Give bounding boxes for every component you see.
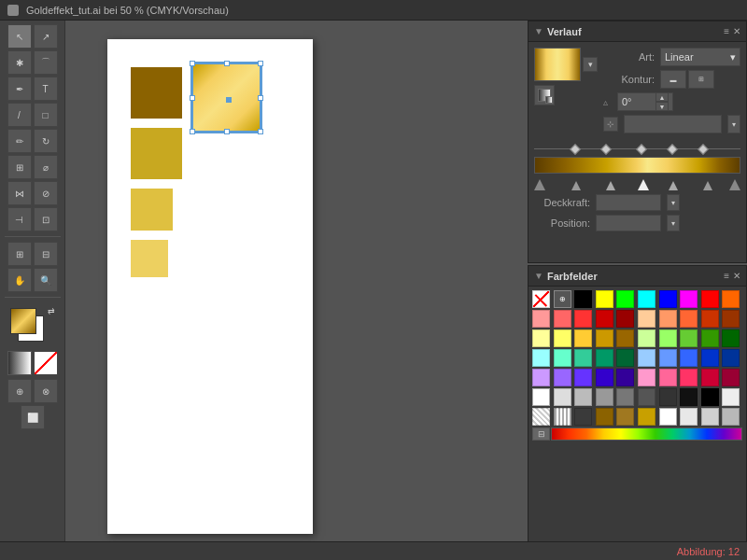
midpoint-3[interactable]	[636, 144, 646, 154]
tool-slice[interactable]: ⊟	[34, 242, 58, 266]
tool-lasso[interactable]: ⌒	[34, 50, 58, 75]
swatch-c2[interactable]	[554, 349, 571, 367]
swatch-gray5[interactable]	[638, 388, 655, 406]
swatch-p1[interactable]	[532, 369, 550, 386]
angle-input[interactable]: 0° ▲ ▼	[617, 92, 673, 111]
swatch-pattern1[interactable]	[532, 408, 550, 426]
panel-menu-icon[interactable]: ≡	[724, 26, 729, 36]
stop-arrow-3[interactable]	[606, 181, 615, 190]
swatch-g4[interactable]	[701, 329, 719, 347]
art-select[interactable]: Linear ▾	[660, 48, 740, 66]
tool-text[interactable]: T	[34, 77, 58, 101]
swatch-orange[interactable]	[722, 290, 740, 308]
swatch-y5[interactable]	[616, 329, 634, 347]
swatch-g2[interactable]	[659, 329, 677, 347]
swatch-g10[interactable]	[722, 408, 740, 426]
swatch-b3[interactable]	[680, 349, 698, 367]
gradient-track[interactable]	[534, 157, 740, 174]
swatch-gray1[interactable]	[554, 388, 571, 406]
stop-arrow-6[interactable]	[703, 181, 712, 190]
reflect-button[interactable]: ⊕	[7, 379, 32, 403]
swatch-b4[interactable]	[701, 349, 719, 367]
swatch-b2[interactable]	[659, 349, 677, 367]
swatch-pk1[interactable]	[638, 369, 655, 386]
stop-arrow-left[interactable]	[534, 179, 545, 190]
swatch-w2[interactable]	[659, 408, 677, 426]
swatch-p4[interactable]	[596, 369, 613, 386]
swatch-r7[interactable]	[659, 310, 677, 328]
swatch-c5[interactable]	[616, 349, 634, 367]
deckkraft-input[interactable]	[596, 194, 661, 211]
tool-line[interactable]: /	[7, 103, 32, 127]
swatch-gray3[interactable]	[596, 388, 613, 406]
midpoint-5[interactable]	[698, 144, 708, 154]
swatch-red[interactable]	[701, 290, 719, 308]
tool-graph[interactable]: ⊡	[34, 207, 58, 231]
gold-square-lightest[interactable]	[131, 240, 168, 277]
farbfelder-menu-icon[interactable]: ≡	[724, 271, 729, 281]
kontur-btn-1[interactable]: ▬	[660, 70, 686, 89]
selection-handle-br[interactable]	[258, 129, 263, 134]
screen-mode-button[interactable]: ⬜	[21, 405, 45, 429]
swatch-y1[interactable]	[532, 329, 550, 347]
position-input[interactable]	[596, 215, 661, 231]
midpoint-2[interactable]	[600, 144, 611, 154]
tool-measure[interactable]: ⊣	[7, 207, 32, 231]
swatch-b5[interactable]	[722, 349, 740, 367]
tool-blend[interactable]: ⋈	[7, 181, 32, 205]
farbfelder-close-icon[interactable]: ✕	[733, 271, 740, 281]
swatch-pk2[interactable]	[659, 369, 677, 386]
swatch-gold3[interactable]	[616, 408, 634, 426]
midpoint-1[interactable]	[570, 144, 580, 154]
swatch-gold4[interactable]	[638, 408, 655, 426]
swatch-g8[interactable]	[680, 408, 698, 426]
swatch-black[interactable]	[574, 290, 592, 308]
gradient-options-button[interactable]: ▾	[583, 57, 598, 72]
selection-handle-ml[interactable]	[190, 95, 195, 101]
tool-pen[interactable]: ✒	[7, 77, 32, 101]
stop-arrow-right[interactable]	[729, 179, 740, 190]
swatch-y2[interactable]	[554, 329, 571, 347]
gradient-preview[interactable]	[534, 48, 581, 81]
farbfelder-collapse-icon[interactable]: ▼	[534, 271, 543, 281]
swatch-black2[interactable]	[701, 388, 719, 406]
stop-arrow-5[interactable]	[669, 181, 678, 190]
gold-square-light[interactable]	[131, 189, 173, 231]
to-arrow[interactable]: ▾	[727, 115, 740, 133]
swatch-p2[interactable]	[554, 369, 571, 386]
selected-gradient-square[interactable]	[191, 63, 261, 133]
swatch-pk4[interactable]	[701, 369, 719, 386]
tool-eyedrop[interactable]: ⊘	[34, 181, 58, 205]
tool-artboard[interactable]: ⊞	[7, 242, 32, 266]
symbol-button[interactable]: ⊗	[34, 379, 58, 403]
swatch-r10[interactable]	[722, 310, 740, 328]
swatch-p5[interactable]	[616, 369, 634, 386]
foreground-color-box[interactable]	[10, 308, 36, 334]
swatch-r2[interactable]	[554, 310, 571, 328]
swatch-yellow[interactable]	[596, 290, 613, 308]
swatch-g5[interactable]	[722, 329, 740, 347]
swatch-y3[interactable]	[574, 329, 592, 347]
tool-rect[interactable]: □	[34, 103, 58, 127]
selection-handle-tm[interactable]	[224, 61, 230, 66]
gradient-tool-button[interactable]	[7, 351, 32, 375]
selection-handle-bm[interactable]	[224, 129, 230, 134]
tool-scale[interactable]: ⊞	[7, 155, 32, 179]
stop-arrow-center[interactable]	[638, 179, 649, 190]
swatch-c1[interactable]	[532, 349, 550, 367]
tool-magic-wand[interactable]: ✱	[7, 50, 32, 75]
angle-spin-up[interactable]: ▲	[655, 92, 669, 102]
tool-rotate[interactable]: ↻	[34, 129, 58, 153]
selection-handle-tl[interactable]	[190, 61, 195, 66]
tool-hand[interactable]: ✋	[7, 268, 32, 292]
swatch-pk3[interactable]	[680, 369, 698, 386]
swatch-pk5[interactable]	[722, 369, 740, 386]
swatch-green[interactable]	[616, 290, 634, 308]
panel-collapse-icon[interactable]: ▼	[534, 26, 543, 36]
swatch-r1[interactable]	[532, 310, 550, 328]
swatch-gold1[interactable]	[574, 408, 592, 426]
tool-warp[interactable]: ⌀	[34, 155, 58, 179]
selection-handle-tr[interactable]	[258, 61, 263, 66]
selection-handle-mr[interactable]	[258, 95, 263, 101]
angle-spin-down[interactable]: ▼	[655, 102, 669, 111]
